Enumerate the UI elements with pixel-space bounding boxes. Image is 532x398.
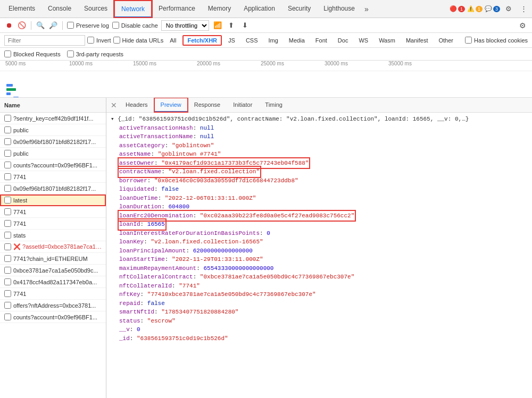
request-checkbox[interactable] xyxy=(4,150,11,157)
request-checkbox[interactable] xyxy=(4,115,11,122)
settings-icon[interactable]: ⚙ xyxy=(502,3,515,15)
request-checkbox[interactable] xyxy=(4,255,11,262)
download-icon[interactable]: ⬇ xyxy=(240,20,251,31)
timeline-content xyxy=(0,71,532,98)
filter-img-btn[interactable]: Img xyxy=(264,35,282,46)
filter-wasm-btn[interactable]: Wasm xyxy=(375,35,400,46)
tab-security[interactable]: Security xyxy=(281,0,317,18)
request-name: 0x09ef96bf18071bfd82182f17... xyxy=(13,185,96,192)
request-item[interactable]: 0x09ef96bf18071bfd82182f17... xyxy=(0,136,106,148)
request-name: 7741?chain_id=ETHEREUM xyxy=(13,256,88,262)
filter-js-btn[interactable]: JS xyxy=(224,35,239,46)
filter-manifest-btn[interactable]: Manifest xyxy=(402,35,433,46)
tab-network[interactable]: Network xyxy=(114,0,152,18)
detail-tab-timing[interactable]: Timing xyxy=(259,98,289,112)
request-checkbox[interactable] xyxy=(4,278,11,285)
request-item[interactable]: 0x09ef96bf18071bfd82182f17... xyxy=(0,183,106,194)
tab-console[interactable]: Console xyxy=(41,0,78,18)
request-list: Name ?sentry_key=ceff42b9df1f41f...publi… xyxy=(0,98,106,398)
request-item[interactable]: public xyxy=(0,148,106,159)
tab-memory[interactable]: Memory xyxy=(202,0,237,18)
preserve-log-checkbox[interactable] xyxy=(67,22,74,29)
filter-font-btn[interactable]: Font xyxy=(311,35,331,46)
tab-application[interactable]: Application xyxy=(237,0,281,18)
upload-icon[interactable]: ⬆ xyxy=(226,20,237,31)
more-tabs-btn[interactable]: » xyxy=(361,5,372,13)
request-checkbox[interactable] xyxy=(4,232,11,239)
filter-fetch-xhr-btn[interactable]: Fetch/XHR xyxy=(182,35,222,46)
hide-data-urls-checkbox[interactable] xyxy=(113,37,120,44)
request-checkbox[interactable] xyxy=(4,173,11,180)
filter-ws-btn[interactable]: WS xyxy=(354,35,372,46)
request-checkbox[interactable] xyxy=(4,243,11,250)
request-checkbox[interactable] xyxy=(4,267,11,274)
disable-cache-label[interactable]: Disable cache xyxy=(112,22,158,29)
invert-checkbox[interactable] xyxy=(87,37,94,44)
request-checkbox[interactable] xyxy=(4,220,11,227)
request-checkbox[interactable] xyxy=(4,138,11,145)
request-item[interactable]: 7741 xyxy=(0,171,106,183)
close-detail-btn[interactable]: ✕ xyxy=(109,98,119,113)
filter-all-btn[interactable]: All xyxy=(165,35,180,46)
request-item[interactable]: counts?account=0x09ef96BF1... xyxy=(0,159,106,171)
tab-elements[interactable]: Elements xyxy=(2,0,41,18)
tab-lighthouse[interactable]: Lighthouse xyxy=(317,0,361,18)
toolbar-separator-2 xyxy=(62,21,63,30)
request-item[interactable]: counts?account=0x09ef96BF1... xyxy=(0,311,106,323)
record-btn[interactable]: ⏺ xyxy=(4,21,14,30)
disable-cache-checkbox[interactable] xyxy=(112,22,119,29)
tab-performance[interactable]: Performance xyxy=(152,0,202,18)
throttle-select[interactable]: No throttlingFast 3GSlow 3GOffline xyxy=(161,20,209,31)
detail-tab-preview[interactable]: Preview xyxy=(154,98,188,112)
request-checkbox[interactable] xyxy=(4,208,11,215)
request-item[interactable]: 7741 xyxy=(0,218,106,230)
has-blocked-cookies-checkbox[interactable] xyxy=(465,37,472,44)
request-item[interactable]: public xyxy=(0,124,106,136)
request-item[interactable]: latest xyxy=(0,194,106,206)
request-item[interactable]: ❌ ?assetId=0xbce3781ae7ca1a5... xyxy=(0,241,106,253)
request-item[interactable]: 0xbce3781ae7ca1a5e050bd9c... xyxy=(0,265,106,276)
request-name: 0x4178ccf4ad82a117347eb0a... xyxy=(13,279,97,285)
hide-data-urls-label[interactable]: Hide data URLs xyxy=(113,37,164,44)
json-summary-line: ▾ {_id: "638561593751c0d19c1b526d", cont… xyxy=(111,115,528,124)
filter-input[interactable] xyxy=(4,35,85,46)
detail-tab-headers[interactable]: Headers xyxy=(119,98,154,112)
filter-doc-btn[interactable]: Doc xyxy=(334,35,353,46)
detail-tab-response[interactable]: Response xyxy=(188,98,227,112)
detail-tab-initiator[interactable]: Initiator xyxy=(227,98,259,112)
blocked-requests-label[interactable]: Blocked Requests xyxy=(4,50,61,57)
request-name: 7741 xyxy=(13,221,26,227)
request-item[interactable]: 0x4178ccf4ad82a117347eb0a... xyxy=(0,276,106,288)
third-party-checkbox[interactable] xyxy=(67,50,74,57)
blocked-requests-checkbox[interactable] xyxy=(4,50,11,57)
search-icon[interactable]: 🔎 xyxy=(48,21,58,30)
tab-sources[interactable]: Sources xyxy=(78,0,114,18)
request-checkbox[interactable] xyxy=(4,302,11,309)
filter-media-btn[interactable]: Media xyxy=(285,35,309,46)
preserve-log-label[interactable]: Preserve log xyxy=(67,22,109,29)
request-checkbox[interactable] xyxy=(4,126,11,133)
request-item[interactable]: offers?nftAddress=0xbce3781... xyxy=(0,300,106,311)
invert-label[interactable]: Invert xyxy=(87,37,111,44)
request-items-container: ?sentry_key=ceff42b9df1f41f...public0x09… xyxy=(0,113,106,323)
network-settings-btn[interactable]: ⚙ xyxy=(517,20,528,31)
filter-css-btn[interactable]: CSS xyxy=(242,35,262,46)
request-item[interactable]: stats xyxy=(0,230,106,241)
request-item[interactable]: ?sentry_key=ceff42b9df1f41f... xyxy=(0,113,106,124)
wifi-icon[interactable]: 📶 xyxy=(212,20,223,31)
third-party-label[interactable]: 3rd-party requests xyxy=(67,50,123,57)
has-blocked-cookies-label[interactable]: Has blocked cookies xyxy=(465,37,528,44)
request-checkbox[interactable] xyxy=(4,290,11,297)
request-checkbox[interactable] xyxy=(4,162,11,168)
request-item[interactable]: 7741 xyxy=(0,288,106,300)
filter-icon[interactable]: 🔍 xyxy=(36,21,45,30)
filter-other-btn[interactable]: Other xyxy=(434,35,458,46)
stop-btn[interactable]: 🚫 xyxy=(17,21,27,30)
request-checkbox[interactable] xyxy=(4,185,11,192)
request-item[interactable]: 7741 xyxy=(0,206,106,218)
request-checkbox[interactable] xyxy=(4,314,11,320)
request-checkbox[interactable] xyxy=(4,197,11,204)
request-item[interactable]: 7741?chain_id=ETHEREUM xyxy=(0,253,106,265)
json-field-row: loanDueTime: "2022-12-06T01:33:11.000Z" xyxy=(111,194,528,203)
more-options-icon[interactable]: ⋮ xyxy=(517,3,530,15)
